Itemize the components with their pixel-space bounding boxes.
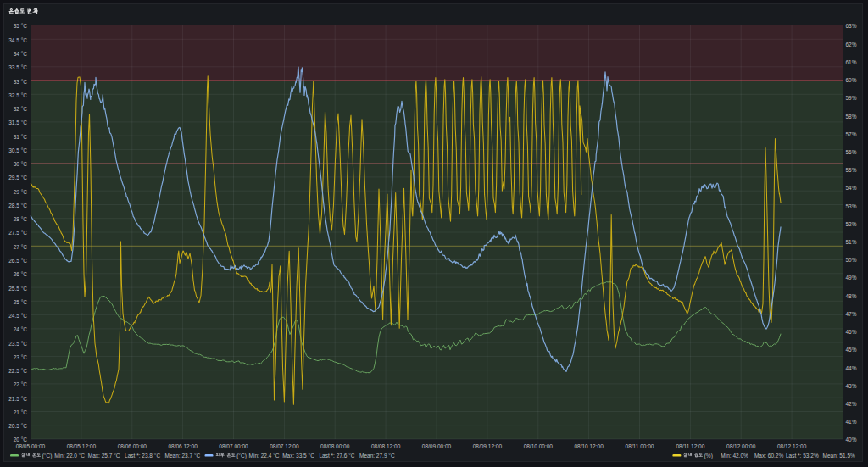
svg-text:30.5 °C: 30.5 °C [8, 147, 27, 153]
svg-text:46%: 46% [846, 329, 857, 335]
svg-text:40%: 40% [846, 436, 857, 442]
svg-text:63%: 63% [846, 23, 857, 29]
svg-text:31 °C: 31 °C [14, 134, 28, 140]
svg-text:30 °C: 30 °C [14, 161, 28, 167]
svg-text:28 °C: 28 °C [14, 216, 28, 222]
svg-text:26.5 °C: 26.5 °C [8, 258, 27, 264]
svg-text:60%: 60% [846, 77, 857, 83]
svg-text:62%: 62% [846, 42, 857, 47]
svg-text:25 °C: 25 °C [14, 299, 28, 305]
svg-text:28.5 °C: 28.5 °C [8, 203, 27, 208]
svg-text:Min: 22.0 °C: Min: 22.0 °C [54, 453, 85, 459]
svg-text:52%: 52% [846, 221, 857, 227]
svg-text:23.5 °C: 23.5 °C [8, 341, 27, 347]
svg-text:08/07 12:00: 08/07 12:00 [270, 443, 299, 449]
svg-text:41%: 41% [846, 419, 857, 425]
svg-text:31.5 °C: 31.5 °C [8, 120, 27, 125]
svg-text:48%: 48% [846, 293, 857, 299]
svg-text:Mean: 27.9 °C: Mean: 27.9 °C [359, 453, 395, 459]
svg-text:08/10 12:00: 08/10 12:00 [574, 443, 604, 449]
svg-text:54%: 54% [846, 185, 857, 191]
svg-text:35 °C: 35 °C [14, 23, 28, 29]
svg-text:42%: 42% [846, 401, 857, 407]
svg-text:59%: 59% [846, 95, 857, 101]
svg-text:22 °C: 22 °C [14, 381, 28, 387]
svg-text:57%: 57% [846, 131, 857, 137]
svg-text:Max: 33.5 °C: Max: 33.5 °C [282, 453, 314, 459]
svg-text:29 °C: 29 °C [14, 189, 28, 195]
svg-text:49%: 49% [846, 275, 857, 281]
svg-text:53%: 53% [846, 203, 857, 209]
svg-text:56%: 56% [846, 149, 857, 155]
svg-text:47%: 47% [846, 311, 857, 317]
svg-text:61%: 61% [846, 59, 857, 65]
svg-text:08/08 00:00: 08/08 00:00 [320, 443, 350, 449]
svg-text:Last *: 27.6 °C: Last *: 27.6 °C [320, 453, 355, 459]
svg-text:43%: 43% [846, 383, 857, 389]
svg-text:08/09 12:00: 08/09 12:00 [473, 443, 503, 449]
svg-text:20 °C: 20 °C [14, 436, 28, 442]
svg-text:22.5 °C: 22.5 °C [8, 368, 27, 374]
svg-text:Min: 42.0%: Min: 42.0% [721, 453, 748, 459]
svg-text:08/05 00:00: 08/05 00:00 [16, 443, 46, 449]
svg-text:32.5 °C: 32.5 °C [8, 92, 27, 98]
svg-text:08/11 12:00: 08/11 12:00 [676, 443, 704, 449]
svg-text:Mean: 23.7 °C: Mean: 23.7 °C [165, 453, 201, 459]
svg-text:26 °C: 26 °C [14, 271, 28, 277]
svg-text:27 °C: 27 °C [14, 244, 28, 250]
svg-text:(°C): (°C) [236, 453, 247, 459]
svg-text:55%: 55% [846, 167, 857, 173]
svg-text:(°C): (°C) [42, 453, 53, 459]
svg-text:08/12 12:00: 08/12 12:00 [777, 443, 807, 449]
svg-text:51%: 51% [846, 239, 857, 245]
svg-text:44%: 44% [846, 365, 857, 371]
svg-text:20.5 °C: 20.5 °C [8, 423, 27, 429]
svg-text:(%): (%) [704, 453, 713, 459]
svg-text:24 °C: 24 °C [14, 326, 28, 332]
svg-text:21 °C: 21 °C [14, 409, 28, 415]
svg-text:Min: 22.4 °C: Min: 22.4 °C [249, 453, 280, 459]
svg-text:58%: 58% [846, 114, 857, 120]
svg-text:23 °C: 23 °C [14, 354, 28, 360]
svg-text:Last *: 53.2%: Last *: 53.2% [786, 453, 819, 459]
svg-text:27.5 °C: 27.5 °C [8, 230, 27, 236]
svg-text:Last *: 23.8 °C: Last *: 23.8 °C [125, 453, 160, 459]
svg-text:21.5 °C: 21.5 °C [8, 396, 27, 402]
svg-text:34 °C: 34 °C [14, 51, 28, 57]
svg-text:45%: 45% [846, 347, 857, 353]
svg-text:24.5 °C: 24.5 °C [8, 313, 27, 319]
svg-text:Max: 60.2%: Max: 60.2% [754, 453, 784, 459]
svg-text:08/10 00:00: 08/10 00:00 [524, 443, 554, 449]
svg-text:Max: 25.7 °C: Max: 25.7 °C [88, 453, 120, 459]
svg-text:32 °C: 32 °C [14, 106, 28, 112]
svg-text:34.5 °C: 34.5 °C [8, 37, 27, 43]
svg-text:08/06 00:00: 08/06 00:00 [118, 443, 147, 449]
svg-text:29.5 °C: 29.5 °C [8, 175, 27, 181]
svg-text:Mean: 51.5%: Mean: 51.5% [823, 453, 856, 459]
svg-text:08/11 00:00: 08/11 00:00 [626, 443, 654, 449]
svg-text:08/05 12:00: 08/05 12:00 [67, 443, 97, 449]
svg-text:08/09 00:00: 08/09 00:00 [422, 443, 452, 449]
svg-text:33.5 °C: 33.5 °C [8, 64, 27, 70]
svg-text:08/07 00:00: 08/07 00:00 [219, 443, 248, 449]
svg-text:08/08 12:00: 08/08 12:00 [371, 443, 401, 449]
svg-text:08/12 00:00: 08/12 00:00 [726, 443, 756, 449]
svg-text:25.5 °C: 25.5 °C [8, 286, 27, 292]
svg-text:50%: 50% [846, 257, 857, 263]
svg-text:08/06 12:00: 08/06 12:00 [168, 443, 198, 449]
svg-text:33 °C: 33 °C [14, 79, 28, 85]
